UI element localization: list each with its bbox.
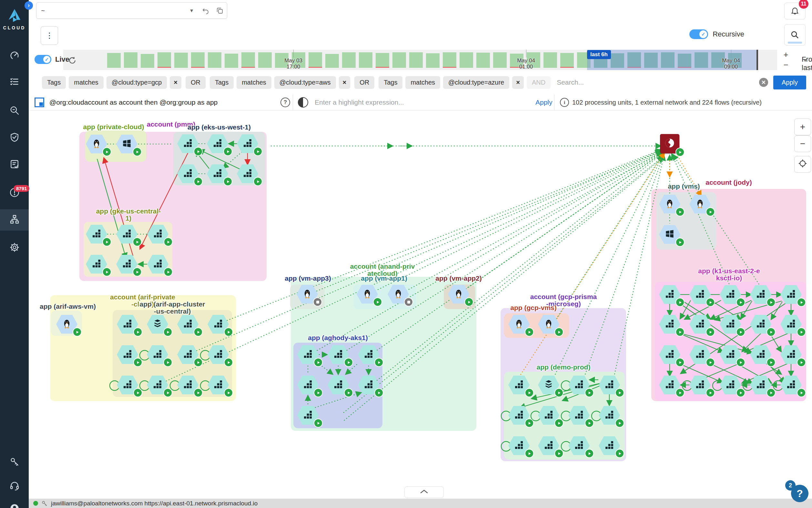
timeline-bar[interactable] (191, 52, 205, 68)
sidebar-item-network[interactable] (0, 209, 29, 230)
timeline-bar[interactable] (493, 52, 507, 68)
refresh-button[interactable] (67, 55, 78, 66)
help-button[interactable]: ? 2 (791, 485, 808, 502)
timeline-bar[interactable] (392, 52, 406, 68)
sidebar-item-access-key[interactable] (0, 452, 29, 473)
filter-field-chip[interactable]: Tags (210, 76, 234, 89)
traffic-play-badge (133, 388, 142, 397)
sidebar-item-support-headset[interactable] (0, 476, 29, 497)
timeline-tick-label: May 0317:00 (284, 57, 302, 70)
pod-icon (786, 319, 796, 330)
filter-value-chip[interactable]: @cloud:type=gcp (106, 76, 167, 89)
sidebar-item-inventory[interactable] (0, 72, 29, 93)
canvas-zoom-out-button[interactable]: − (794, 135, 811, 152)
timeline-bar[interactable] (342, 52, 356, 68)
pod-icon (514, 410, 524, 421)
pod-icon (665, 379, 675, 391)
filter-operator-chip[interactable]: matches (405, 76, 440, 89)
filter-operator-chip[interactable]: matches (69, 76, 104, 89)
timeline-zoom-out-button[interactable]: − (783, 60, 788, 70)
timeline-bar[interactable] (225, 54, 238, 68)
filter-remove-button[interactable]: × (170, 76, 181, 89)
timeline-tick (731, 50, 731, 57)
scope-dropdown[interactable]: ~ ▼ (37, 3, 198, 18)
timeline-bar[interactable] (543, 52, 557, 68)
traffic-play-badge (73, 328, 82, 337)
timeline-bar[interactable] (426, 53, 439, 68)
pod-icon (725, 349, 735, 361)
timeline-bar[interactable] (208, 52, 222, 68)
timeline-bar[interactable] (124, 52, 138, 68)
timeline-bar[interactable] (107, 53, 121, 68)
filter-joiner-chip[interactable]: OR (354, 76, 374, 89)
sidebar-expand-button[interactable]: › (25, 1, 33, 10)
sidebar-item-alerts[interactable]: 8791 (0, 182, 29, 204)
filter-value-chip[interactable]: @cloud:type=azure (443, 76, 509, 89)
canvas-zoom-in-button[interactable]: + (794, 119, 811, 135)
bottom-panel-expand-button[interactable] (404, 486, 444, 498)
timeline-bar[interactable] (258, 52, 272, 68)
pod-icon (756, 349, 766, 361)
sidebar-item-compliance-shield[interactable] (0, 128, 29, 149)
sidebar-item-search-insights[interactable] (0, 100, 29, 122)
timeline-bar[interactable] (308, 52, 322, 68)
query-help-button[interactable]: ? (280, 97, 290, 107)
timeline-bar[interactable] (443, 52, 456, 68)
live-toggle[interactable]: ✓ (35, 55, 51, 64)
linux-icon (92, 138, 101, 150)
pod-icon (122, 319, 133, 330)
sidebar-item-settings-gear[interactable] (0, 237, 29, 259)
timeline-bar[interactable] (409, 52, 423, 68)
pod-icon (212, 168, 223, 179)
timeline-bar[interactable] (359, 52, 373, 68)
filter-field-chip[interactable]: Tags (42, 76, 66, 89)
sidebar-item-reports[interactable] (0, 154, 29, 176)
traffic-play-badge (706, 358, 715, 367)
timeline-bar[interactable] (560, 53, 574, 68)
notifications-button[interactable]: 11 (784, 3, 806, 19)
timeline-bar[interactable] (460, 52, 473, 68)
traffic-play-badge (555, 328, 564, 337)
reports-icon (9, 159, 20, 171)
filter-value-chip[interactable]: @cloud:type=aws (274, 76, 336, 89)
canvas-center-button[interactable] (794, 156, 811, 173)
highlight-apply-button[interactable]: Apply (535, 98, 553, 106)
timeline-zoom-in-button[interactable]: + (783, 50, 788, 60)
bell-icon (791, 6, 800, 15)
filter-operator-chip[interactable]: matches (237, 76, 272, 89)
filter-joiner-chip[interactable]: OR (186, 76, 205, 89)
clear-filters-button[interactable]: ✕ (759, 78, 768, 87)
graph-search-button[interactable] (784, 24, 806, 46)
windows-icon (122, 139, 131, 149)
chevron-down-icon: ▼ (189, 8, 194, 13)
filter-remove-button[interactable]: × (512, 76, 524, 89)
sidebar-item-profile[interactable] (0, 498, 29, 508)
highlight-expression-input[interactable]: Enter a highlight expression... (315, 98, 404, 106)
timeline-bar[interactable] (141, 54, 154, 68)
undo-button[interactable] (198, 3, 213, 18)
graph-summary: 102 processing units, 1 external network… (572, 99, 762, 106)
pod-icon (756, 379, 766, 391)
pod-icon (786, 289, 796, 300)
internet-node[interactable] (660, 134, 679, 154)
traffic-play-badge (675, 328, 684, 337)
pod-icon (725, 379, 735, 391)
filter-field-chip[interactable]: Tags (379, 76, 402, 89)
timeline-bar[interactable] (325, 54, 339, 68)
filter-remove-button[interactable]: × (339, 76, 350, 89)
timeline-bar[interactable] (157, 52, 171, 68)
recursive-toggle[interactable]: ✓ (689, 29, 708, 39)
query-expression[interactable]: @org:cloudaccount as account then @org:g… (49, 98, 218, 106)
timeline-selection-handle[interactable] (757, 50, 758, 70)
timeline-bar[interactable] (376, 53, 389, 68)
filters-apply-button[interactable]: Apply (773, 76, 806, 89)
sidebar-item-dashboard[interactable] (0, 45, 29, 67)
filter-search-input[interactable]: Search... (557, 79, 584, 86)
timeline-tick-label: May 0409:00 (722, 57, 740, 70)
timeline-bar[interactable] (241, 52, 255, 68)
highlight-toggle[interactable] (298, 97, 308, 108)
timeline-bar[interactable] (476, 53, 490, 68)
timeline-bar[interactable] (174, 53, 188, 68)
more-options-button[interactable]: ⋮ (41, 26, 58, 45)
copy-button[interactable] (213, 3, 227, 18)
